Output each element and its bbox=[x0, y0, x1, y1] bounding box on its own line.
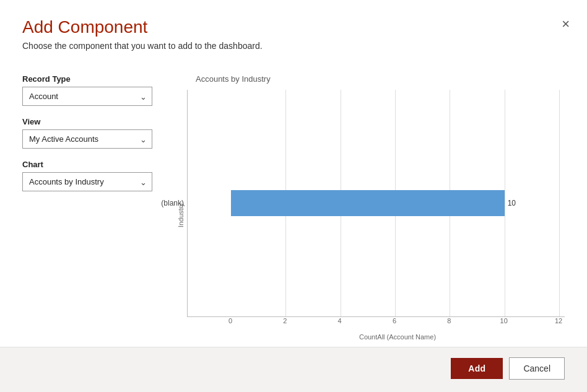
chart-inner: Industry (blank) 10 bbox=[177, 90, 565, 341]
x-axis-label: CountAll (Account Name) bbox=[230, 333, 565, 341]
chart-field: Chart Accounts by Industry ⌄ bbox=[22, 160, 159, 191]
chart-select[interactable]: Accounts by Industry bbox=[22, 172, 152, 191]
bar-value: 10 bbox=[508, 199, 516, 207]
chart-plot: (blank) 10 024681012 CountAll (Account N… bbox=[187, 90, 565, 341]
dialog-body: Record Type Account ⌄ View My Active Acc… bbox=[0, 56, 587, 347]
bars-container: (blank) 10 bbox=[187, 90, 565, 317]
add-button[interactable]: Add bbox=[451, 358, 503, 379]
record-type-label: Record Type bbox=[22, 74, 159, 84]
bar-category-label: (blank) bbox=[147, 199, 184, 207]
x-tick: 0 bbox=[228, 317, 232, 324]
close-button[interactable]: × bbox=[562, 17, 570, 31]
x-tick: 6 bbox=[393, 317, 396, 324]
view-field: View My Active Accounts ⌄ bbox=[22, 117, 159, 149]
x-tick: 12 bbox=[555, 317, 562, 324]
x-tick: 4 bbox=[338, 317, 342, 324]
dialog-footer: Add Cancel bbox=[0, 347, 587, 392]
dialog-title: Add Component bbox=[22, 17, 565, 37]
chart-area: Industry (blank) 10 bbox=[177, 90, 565, 341]
left-panel: Record Type Account ⌄ View My Active Acc… bbox=[22, 68, 159, 341]
cancel-button[interactable]: Cancel bbox=[509, 357, 565, 380]
bar-row: (blank) 10 bbox=[188, 179, 565, 227]
dialog-header: Add Component Choose the component that … bbox=[0, 0, 587, 56]
record-type-select-wrapper: Account ⌄ bbox=[22, 87, 152, 106]
chart-select-wrapper: Accounts by Industry ⌄ bbox=[22, 172, 152, 191]
x-tick: 8 bbox=[447, 317, 451, 324]
record-type-select[interactable]: Account bbox=[22, 87, 152, 106]
chart-label: Chart bbox=[22, 160, 159, 169]
bar bbox=[231, 190, 505, 216]
x-axis-ticks-container: 024681012 bbox=[230, 317, 565, 331]
right-panel: Accounts by Industry Industry (blank) 10 bbox=[177, 68, 565, 341]
chart-title: Accounts by Industry bbox=[196, 74, 565, 84]
view-label: View bbox=[22, 117, 159, 126]
x-tick: 10 bbox=[500, 317, 508, 324]
view-select[interactable]: My Active Accounts bbox=[22, 129, 152, 149]
view-select-wrapper: My Active Accounts ⌄ bbox=[22, 129, 152, 149]
x-tick: 2 bbox=[283, 317, 287, 324]
dialog-subtitle: Choose the component that you want to ad… bbox=[22, 41, 565, 51]
add-component-dialog: Add Component Choose the component that … bbox=[0, 0, 587, 392]
record-type-field: Record Type Account ⌄ bbox=[22, 74, 159, 106]
